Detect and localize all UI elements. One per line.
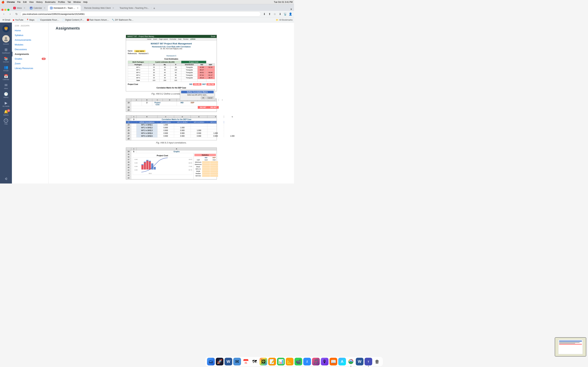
minimize-window-button[interactable]: [4, 9, 7, 11]
stats-label-maximum: Maximum: [194, 163, 202, 166]
course-nav-assignments[interactable]: Assignments: [12, 52, 49, 57]
menu-profiles[interactable]: Profiles: [58, 1, 65, 3]
bookmark-gmail[interactable]: ✉ Gmail: [1, 18, 11, 22]
download-page-icon[interactable]: ⬇: [262, 12, 266, 16]
tab-close-calendar[interactable]: ✕: [44, 7, 45, 9]
bookmark-rain-haven[interactable]: R Rain Haven Atrium…: [86, 18, 110, 22]
nav-item-account[interactable]: Account: [1, 34, 11, 46]
tab-teaching[interactable]: Teaching Note—Teaching Pro... ✕: [116, 5, 151, 11]
tab-label-remote: Remote Desktop Web Client: [84, 7, 111, 9]
tab-label-homework: Homework 9 – Team ...: [53, 7, 75, 9]
tab-inbox[interactable]: C Inbox ✕: [11, 5, 27, 11]
bookmark-youtube[interactable]: ▶ YouTube: [12, 18, 24, 22]
menu-file[interactable]: File: [17, 1, 20, 3]
course-nav-home[interactable]: Home: [12, 28, 49, 33]
tab-menu-button[interactable]: ▾: [291, 8, 293, 11]
tab-remote[interactable]: Remote Desktop Web Client ✕: [81, 5, 116, 11]
svg-text:250.0: 250.0: [148, 173, 152, 174]
bookmark-rain-favicon: R: [87, 19, 89, 21]
spreadsheet2-block: A B C D E F G 21 3 Correlation Matrix fo…: [56, 115, 287, 144]
tab-homework[interactable]: 📝 Homework 9 – Team ... ✕: [48, 5, 81, 11]
tab-close-teaching[interactable]: ✕: [151, 7, 151, 9]
svg-rect-18: [149, 162, 151, 169]
bookmark-star-icon[interactable]: ☆: [273, 12, 277, 16]
download-icon[interactable]: ⬇: [278, 12, 282, 16]
col-header-A: A: [131, 99, 142, 101]
menu-bookmarks[interactable]: Bookmarks: [45, 1, 56, 3]
course-nav-syllabus[interactable]: Syllabus: [12, 33, 49, 38]
row-23-num: 23: [126, 124, 131, 126]
nav-item-inbox[interactable]: ✉ Inbox: [1, 82, 11, 91]
menu-help[interactable]: Help: [83, 1, 88, 3]
nav-item-history[interactable]: 🕐 History: [1, 91, 11, 100]
svg-text:88.9%: 88.9%: [189, 162, 192, 164]
reload-button[interactable]: ↻: [14, 12, 19, 17]
chart-title: Project Cost: [133, 154, 192, 157]
nav-item-help[interactable]: ? Help: [1, 117, 11, 126]
address-input[interactable]: [20, 12, 261, 17]
bookmark-maps[interactable]: 📍 Maps: [25, 18, 35, 22]
back-button[interactable]: ‹: [1, 12, 6, 17]
new-tab-button[interactable]: +: [152, 6, 157, 11]
cast-icon[interactable]: 📡: [283, 12, 287, 16]
excel-content-1: MANGT 597 Project Risk Management Homewo…: [126, 41, 217, 91]
canvas-sidebar: 🦁 Account ⊞ Dashboard 📚 Co: [0, 23, 12, 184]
nav-item-dashboard[interactable]: ⊞ Dashboard: [1, 47, 11, 55]
menu-tab[interactable]: Tab: [68, 1, 71, 3]
course-nav-announcements[interactable]: Announcements: [12, 38, 49, 42]
tab-close-homework[interactable]: ✕: [77, 7, 78, 9]
menu-history[interactable]: History: [36, 1, 43, 3]
nav-item-calendar[interactable]: 📅 Calendar: [1, 73, 11, 82]
bookmark-diy[interactable]: 🔧 DIY Bathroom Re…: [111, 18, 135, 22]
cancel-button[interactable]: Cancel: [206, 96, 214, 99]
row-34-graphs: Graphs: [137, 150, 217, 153]
all-bookmarks-button[interactable]: 📁 All Bookmarks: [276, 19, 293, 21]
tab-close-inbox[interactable]: ✕: [24, 7, 25, 9]
row-18-DEP: DEP: [187, 101, 198, 106]
nav-label-calendar: Calendar: [3, 79, 9, 81]
bookmark-maps-favicon: 📍: [26, 19, 29, 21]
ok-button[interactable]: OK: [201, 96, 206, 99]
nav-item-notices[interactable]: 🔔 8 Notices: [1, 108, 11, 117]
course-nav-grades[interactable]: Grades 16: [12, 57, 49, 61]
content-area: Assignments MANGT 597 - Project Risk Man…: [49, 23, 294, 184]
row-22-H14: WP.4 in $H$14: [207, 121, 224, 123]
course-nav-library[interactable]: Library Resources: [12, 66, 49, 71]
course-nav-discussions[interactable]: Discussions: [12, 47, 49, 52]
chart-area: 35 36 37 38 39 40 41 42 43 44: [126, 153, 217, 179]
row-23-v2: [174, 124, 191, 126]
row-26-v1: 0.900: [157, 132, 174, 134]
svg-text:0.040: 0.040: [134, 162, 138, 164]
svg-rect-2: [7, 178, 7, 180]
row-22-H11: WP.1 in $H$11: [157, 121, 174, 123]
sidebar-collapse-button[interactable]: [4, 177, 8, 181]
maximize-window-button[interactable]: [7, 9, 9, 11]
nav-item-courses[interactable]: 📚 Courses: [1, 55, 11, 64]
apple-logo-icon[interactable]: 🍎: [1, 1, 4, 3]
forward-button[interactable]: ›: [8, 12, 13, 17]
nav-item-my-media[interactable]: ▶ My Media: [1, 100, 11, 108]
profile-icon[interactable]: 👤: [288, 12, 293, 16]
nav-label-groups: Groups: [3, 70, 9, 72]
bookmark-expandable[interactable]: 📄 Expandable Roun…: [36, 18, 60, 22]
menu-edit[interactable]: Edit: [23, 1, 27, 3]
tab-close-remote[interactable]: ✕: [112, 7, 114, 9]
svg-text:100.0%: 100.0%: [189, 159, 192, 160]
close-window-button[interactable]: [1, 9, 3, 11]
nav-item-groups[interactable]: 👥 Groups: [1, 64, 11, 73]
row-19-I: [219, 106, 226, 109]
bookmark-digital[interactable]: 📄 Digital Content | P…: [61, 18, 85, 22]
menu-window[interactable]: Window: [73, 1, 81, 3]
stats-label-mean: Mean: [194, 166, 202, 168]
app-menu-chrome[interactable]: Chrome: [7, 1, 15, 3]
nav-psu-logo[interactable]: 🦁: [1, 24, 11, 34]
row-25-v1: 0.900: [157, 129, 174, 132]
course-nav-modules[interactable]: Modules: [12, 42, 49, 47]
course-nav-zoom[interactable]: Zoom: [12, 61, 49, 66]
col-header-num: [126, 99, 131, 101]
menu-view[interactable]: View: [29, 1, 34, 3]
share-icon[interactable]: ⬆: [268, 12, 272, 16]
stats-label-cell: [194, 157, 202, 159]
tab-calendar[interactable]: 📅 Calendar ✕: [28, 5, 48, 11]
stats-col-dep: DEP: [210, 157, 218, 159]
